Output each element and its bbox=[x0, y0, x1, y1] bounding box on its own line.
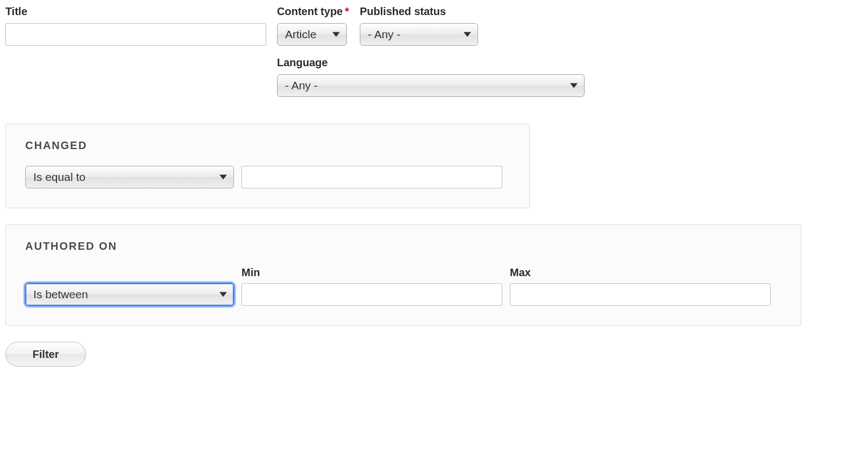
language-select[interactable]: - Any - bbox=[277, 74, 585, 97]
language-label: Language bbox=[277, 57, 585, 69]
chevron-down-icon bbox=[219, 292, 227, 297]
filter-button-label: Filter bbox=[33, 348, 59, 360]
chevron-down-icon bbox=[332, 32, 340, 37]
content-type-label-text: Content type bbox=[277, 5, 343, 17]
filter-row-2: Language - Any - bbox=[277, 57, 863, 108]
title-input[interactable] bbox=[5, 23, 266, 46]
changed-value-input[interactable] bbox=[241, 166, 502, 188]
authored-on-legend: Authored on bbox=[25, 240, 781, 252]
authored-on-max-label: Max bbox=[510, 266, 771, 279]
changed-inline: Is equal to bbox=[25, 166, 510, 188]
content-type-field: Content type* Article bbox=[277, 5, 349, 46]
chevron-down-icon bbox=[219, 175, 227, 180]
content-type-label: Content type* bbox=[277, 5, 349, 18]
authored-on-fieldset: Authored on Is between Min Max bbox=[5, 224, 801, 326]
filter-row-1: Title Content type* Article Published st… bbox=[5, 5, 863, 57]
authored-on-min-field: Min bbox=[241, 266, 502, 306]
authored-on-inline: Is between Min Max bbox=[25, 266, 781, 306]
authored-on-max-field: Max bbox=[510, 266, 771, 306]
language-selected: - Any - bbox=[285, 79, 318, 92]
chevron-down-icon bbox=[570, 83, 578, 88]
changed-operator-selected: Is equal to bbox=[33, 171, 86, 183]
authored-on-max-input[interactable] bbox=[510, 283, 771, 306]
authored-on-min-input[interactable] bbox=[241, 283, 502, 306]
published-status-field: Published status - Any - bbox=[360, 5, 478, 46]
language-field: Language - Any - bbox=[277, 57, 585, 97]
title-label: Title bbox=[5, 5, 266, 18]
changed-operator-select[interactable]: Is equal to bbox=[25, 166, 234, 188]
authored-on-operator-select[interactable]: Is between bbox=[25, 283, 234, 306]
content-type-select[interactable]: Article bbox=[277, 23, 347, 46]
changed-fieldset: Changed Is equal to bbox=[5, 124, 530, 208]
published-status-label: Published status bbox=[360, 5, 478, 18]
filter-button[interactable]: Filter bbox=[5, 342, 86, 367]
published-status-selected: - Any - bbox=[368, 28, 401, 40]
authored-on-operator-selected: Is between bbox=[33, 288, 88, 300]
exposed-filter-form: Title Content type* Article Published st… bbox=[5, 5, 863, 367]
title-field: Title bbox=[5, 5, 266, 46]
chevron-down-icon bbox=[464, 32, 471, 37]
changed-legend: Changed bbox=[25, 139, 510, 152]
content-type-selected: Article bbox=[285, 28, 316, 40]
published-status-select[interactable]: - Any - bbox=[360, 23, 478, 46]
required-marker: * bbox=[345, 5, 349, 17]
authored-on-min-label: Min bbox=[241, 266, 502, 279]
